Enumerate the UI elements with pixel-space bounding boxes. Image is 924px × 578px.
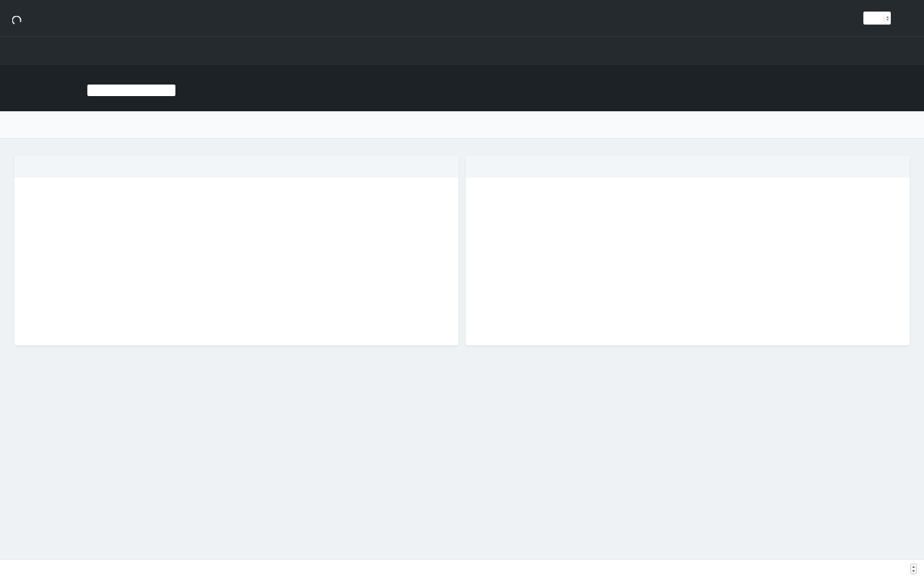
dashboard-toolbar (0, 65, 924, 111)
card-global-heatmap (466, 156, 910, 345)
nav-right-controls: ▲▼ (858, 12, 912, 25)
service-filter (87, 80, 175, 96)
page-tabs (0, 36, 924, 65)
card-header (14, 156, 458, 178)
auto-refresh-input[interactable]: ▲▼ (863, 12, 891, 25)
card-global-response-latency (14, 156, 458, 345)
chart-row (14, 156, 910, 345)
spinner-arrows-icon[interactable]: ▲▼ (884, 15, 889, 22)
latency-chart (14, 188, 448, 332)
zone-stepper-icon[interactable]: ▴▾ (910, 564, 917, 574)
scope-bar (0, 111, 924, 139)
server-zone-control[interactable]: ▴▾ (907, 564, 917, 574)
service-filter-input[interactable] (87, 85, 175, 96)
latency-legend (14, 178, 458, 188)
heatmap-chart (466, 178, 899, 344)
card-header (466, 156, 910, 178)
logo-swoosh-icon (12, 16, 22, 25)
footer: ▴▾ (0, 559, 924, 578)
top-navbar: ▲▼ (0, 0, 924, 36)
dashboard-content (0, 139, 924, 559)
